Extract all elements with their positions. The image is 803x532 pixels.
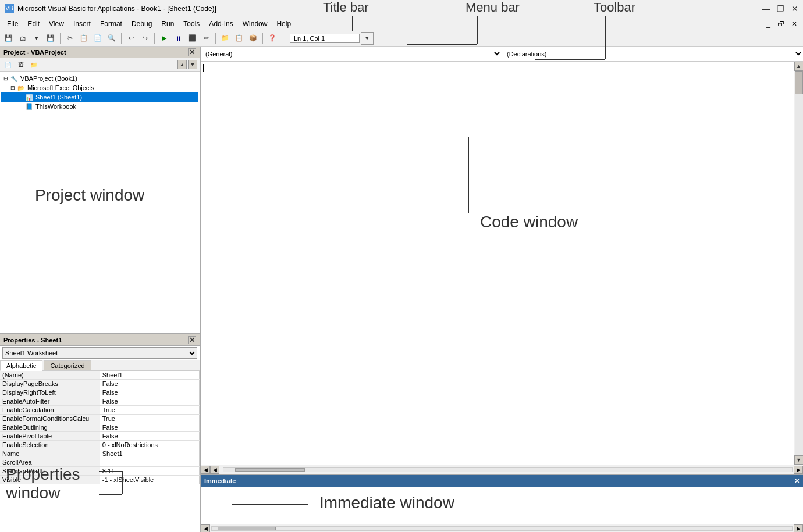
proj-scroll-up[interactable]: ▲ (177, 60, 187, 69)
code-scroll-right2[interactable]: ◀ (210, 466, 219, 474)
tb-find-icon[interactable]: 🔍 (105, 32, 118, 45)
scroll-down-arrow[interactable]: ▼ (794, 455, 804, 465)
props-value-cell[interactable]: True (100, 415, 199, 423)
props-row[interactable]: DisplayRightToLeftFalse (0, 388, 200, 397)
code-scroll-right[interactable]: ▶ (794, 466, 803, 474)
menu-close-button[interactable]: ✕ (788, 20, 801, 28)
tb-copy-icon[interactable]: 📋 (77, 32, 90, 45)
tree-sheet1[interactable]: 📊 Sheet1 (Sheet1) (1, 92, 198, 102)
tb-stop-icon[interactable]: ⬛ (186, 32, 198, 45)
tb-break-icon[interactable]: ⏸ (172, 32, 184, 45)
tree-vbaproject[interactable]: ⊟ 🔧 VBAProject (Book1) (1, 74, 198, 83)
menu-tools[interactable]: Tools (179, 19, 204, 29)
tb-save-icon[interactable]: 💾 (2, 32, 15, 45)
tb-icon3[interactable]: 💾 (44, 32, 57, 45)
excel-objects-icon: 📂 (16, 84, 26, 92)
proj-view-code[interactable]: 📄 (2, 59, 14, 70)
code-horiz-track[interactable] (223, 467, 793, 472)
props-row[interactable]: ScrollArea (0, 458, 200, 467)
immediate-content[interactable]: Immediate window (201, 487, 803, 524)
props-value-cell[interactable]: -1 - xlSheetVisible (100, 476, 199, 484)
tree-excel-objects[interactable]: ⊟ 📂 Microsoft Excel Objects (1, 83, 198, 92)
props-row[interactable]: (Name)Sheet1 (0, 371, 200, 380)
proj-scroll-down[interactable]: ▼ (188, 60, 197, 69)
props-value-cell[interactable]: False (100, 397, 199, 406)
declarations-dropdown[interactable]: (Declarations) (502, 47, 803, 61)
tb-icon2[interactable]: 🗂 (16, 32, 29, 45)
code-editor[interactable]: Code window (201, 62, 794, 465)
tab-alphabetic[interactable]: Alphabetic (0, 360, 42, 371)
general-dropdown[interactable]: (General) (201, 47, 502, 61)
props-row[interactable]: EnableAutoFilterFalse (0, 397, 200, 406)
menu-min-button[interactable]: _ (763, 20, 774, 28)
props-value-cell[interactable]: False (100, 432, 199, 441)
menu-debug[interactable]: Debug (127, 19, 157, 29)
tb-proj-icon[interactable]: 📁 (219, 32, 232, 45)
props-value-cell[interactable] (100, 458, 199, 467)
props-value-cell[interactable]: True (100, 406, 199, 415)
props-row[interactable]: StandardWidth8.11 (0, 467, 200, 476)
tb-cut-icon[interactable]: ✂ (63, 32, 76, 45)
props-row[interactable]: Visible-1 - xlSheetVisible (0, 476, 200, 484)
tb-dropdown-arrow[interactable]: ▾ (30, 32, 43, 45)
props-object-select[interactable]: Sheet1 Worksheet (2, 347, 197, 359)
tb-redo-icon[interactable]: ↪ (138, 32, 151, 45)
imm-horiz-track[interactable] (211, 526, 793, 531)
menu-format[interactable]: Format (95, 19, 127, 29)
tree-thisworkbook[interactable]: 📘 ThisWorkbook (1, 102, 198, 111)
code-window-annotation: Code window (480, 213, 578, 231)
menu-edit[interactable]: Edit (23, 19, 44, 29)
tb-obj-icon[interactable]: 📦 (247, 32, 260, 45)
tab-categorized[interactable]: Categorized (44, 360, 91, 370)
props-value-cell[interactable]: 8.11 (100, 467, 199, 476)
props-value-cell[interactable]: Sheet1 (100, 449, 199, 458)
close-button[interactable]: ✕ (791, 4, 798, 13)
props-value-cell[interactable]: False (100, 388, 199, 397)
props-row[interactable]: EnableCalculationTrue (0, 406, 200, 415)
props-row[interactable]: EnablePivotTableFalse (0, 432, 200, 441)
menu-window[interactable]: Window (238, 19, 272, 29)
props-value-cell[interactable]: 0 - xlNoRestrictions (100, 441, 199, 449)
props-row[interactable]: EnableSelection0 - xlNoRestrictions (0, 441, 200, 449)
props-dropdown-row[interactable]: Sheet1 Worksheet (0, 346, 200, 360)
menu-insert[interactable]: Insert (69, 19, 95, 29)
proj-toggle-folders[interactable]: 📁 (28, 59, 40, 70)
imm-scroll-left[interactable]: ◀ (201, 524, 210, 533)
tb-undo-icon[interactable]: ↩ (125, 32, 137, 45)
code-scroll-left[interactable]: ◀ (201, 466, 210, 474)
props-row[interactable]: NameSheet1 (0, 449, 200, 458)
props-row[interactable]: EnableFormatConditionsCalcuTrue (0, 415, 200, 423)
menu-help[interactable]: Help (272, 19, 296, 29)
menu-run[interactable]: Run (157, 19, 179, 29)
tb-design-icon[interactable]: ✏ (200, 32, 212, 45)
scroll-up-arrow[interactable]: ▲ (794, 62, 804, 71)
props-value-cell[interactable]: Sheet1 (100, 371, 199, 380)
menu-view[interactable]: View (44, 19, 69, 29)
proj-view-object[interactable]: 🖼 (15, 59, 27, 70)
imm-scroll-right[interactable]: ▶ (794, 524, 803, 533)
restore-button[interactable]: ❐ (777, 4, 784, 13)
tb-status-dropdown[interactable]: ▾ (361, 32, 374, 45)
tb-sep3 (154, 33, 155, 44)
menu-restore-button[interactable]: 🗗 (774, 20, 788, 28)
project-tree[interactable]: ⊟ 🔧 VBAProject (Book1) ⊟ 📂 Microsoft Exc… (0, 72, 200, 333)
code-horiz-thumb[interactable] (235, 468, 305, 472)
immediate-close-button[interactable]: ✕ (794, 477, 800, 485)
expand-icon4 (17, 103, 24, 109)
menu-addins[interactable]: Add-Ins (204, 19, 237, 29)
scroll-thumb[interactable] (795, 71, 803, 94)
menu-file[interactable]: File (2, 19, 23, 29)
tb-run-icon[interactable]: ▶ (158, 32, 170, 45)
project-close-button[interactable]: ✕ (188, 48, 196, 56)
tb-help-icon[interactable]: ❓ (266, 32, 279, 45)
properties-close-button[interactable]: ✕ (188, 336, 196, 344)
immediate-window: Immediate ✕ Immediate window ◀ ▶ (201, 474, 803, 532)
scroll-track[interactable] (795, 71, 803, 455)
tb-prop-icon[interactable]: 📋 (233, 32, 246, 45)
props-row[interactable]: EnableOutliningFalse (0, 423, 200, 432)
minimize-button[interactable]: — (762, 4, 770, 13)
props-row[interactable]: DisplayPageBreaksFalse (0, 380, 200, 388)
tb-paste-icon[interactable]: 📄 (91, 32, 104, 45)
props-value-cell[interactable]: False (100, 380, 199, 388)
props-value-cell[interactable]: False (100, 423, 199, 432)
